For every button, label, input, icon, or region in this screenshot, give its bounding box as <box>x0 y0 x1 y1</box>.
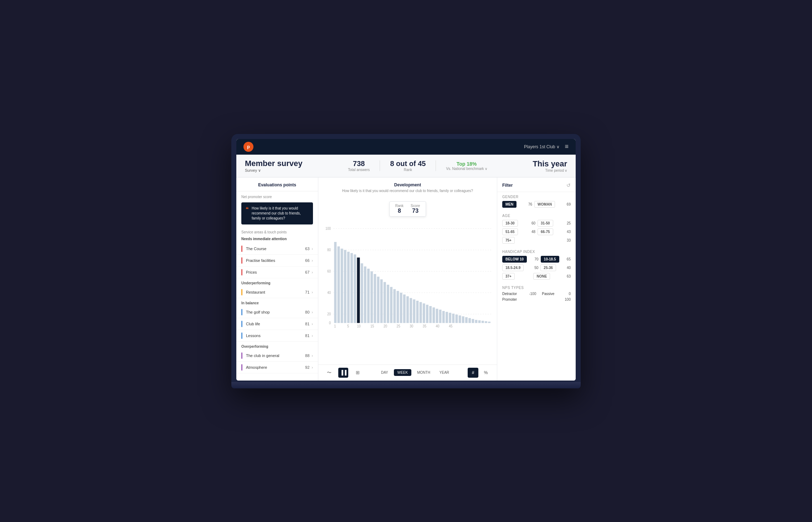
nps-card[interactable]: ❝ How likely is it that you would recomm… <box>241 202 313 224</box>
survey-dropdown[interactable]: Survey ∨ <box>245 168 302 173</box>
age-75plus-button[interactable]: 75+ <box>502 237 515 244</box>
svg-rect-20 <box>364 266 366 323</box>
svg-text:10: 10 <box>357 324 360 328</box>
benchmark-stat: Top 18% Vs. National benchmark ∨ <box>446 161 487 171</box>
club-selector[interactable]: Players 1st Club ∨ <box>524 144 560 149</box>
svg-rect-25 <box>380 279 383 323</box>
below10-button[interactable]: BELOW 10 <box>502 256 527 263</box>
37plus-button[interactable]: 37+ <box>502 273 515 280</box>
none-button[interactable]: NONE <box>533 273 550 280</box>
count-view-button[interactable]: # <box>468 368 478 378</box>
promoter-label: Promoter <box>502 298 562 301</box>
indicator <box>241 309 242 315</box>
nps-row-2: Promoter 100 <box>502 298 571 301</box>
indicator <box>241 257 242 264</box>
filter-header: Filter ↺ <box>497 177 576 192</box>
svg-rect-12 <box>338 246 340 323</box>
age-row-2: 51-65 48 66-75 43 <box>502 228 571 235</box>
page-title: Member survey <box>245 159 302 168</box>
rank-score-box: Rank 8 Score 73 <box>389 201 426 217</box>
day-button[interactable]: DAY <box>377 369 392 376</box>
svg-rect-32 <box>403 294 406 323</box>
week-button[interactable]: WEEK <box>394 369 411 376</box>
list-item[interactable]: The golf shop 80 › <box>236 306 318 318</box>
table-chart-button[interactable]: ⊞ <box>353 368 363 378</box>
svg-rect-35 <box>413 299 415 323</box>
age-18-30-button[interactable]: 18-30 <box>502 220 518 227</box>
detractor-label: Detractor <box>502 292 527 296</box>
list-item[interactable]: Lessons 81 › <box>236 330 318 342</box>
middle-panel: Development How likely is it that you wo… <box>318 177 497 381</box>
month-button[interactable]: MONTH <box>413 369 434 376</box>
menu-button[interactable]: ≡ <box>565 143 569 150</box>
app-logo[interactable]: p <box>243 142 253 152</box>
percent-view-button[interactable]: % <box>480 368 491 378</box>
10-18-button[interactable]: 10-18.5 <box>541 256 559 263</box>
list-item[interactable]: Prices 67 › <box>236 267 318 278</box>
indicator <box>241 332 242 339</box>
svg-rect-38 <box>423 303 425 323</box>
filter-title: Filter <box>502 183 513 188</box>
svg-text:1: 1 <box>334 324 336 328</box>
svg-text:30: 30 <box>410 324 413 328</box>
svg-text:100: 100 <box>325 226 331 230</box>
svg-rect-45 <box>446 312 448 323</box>
svg-rect-30 <box>397 291 399 323</box>
list-item[interactable]: Atmosphere 92 › <box>236 362 318 373</box>
bar-chart: 100 80 60 40 20 0 <box>322 224 493 331</box>
svg-text:20: 20 <box>384 324 387 328</box>
list-item[interactable]: The Course 63 › <box>236 243 318 255</box>
nps-row-1: Detractor -100 Passive 0 <box>502 292 571 296</box>
indicator <box>241 364 242 371</box>
rank-item: Rank 8 <box>395 204 404 214</box>
stat-divider <box>380 160 380 171</box>
handicap-filter: Handicap index BELOW 10 70 10-18.5 65 18… <box>497 247 576 283</box>
chevron-right-icon: › <box>312 270 313 274</box>
chart-controls: 〜 ▐▐ ⊞ DAY WEEK MONTH YEAR # % <box>318 365 497 381</box>
25-36-button[interactable]: 25-36 <box>540 264 556 271</box>
svg-rect-19 <box>361 263 363 323</box>
svg-rect-48 <box>455 314 458 323</box>
svg-text:20: 20 <box>327 312 331 316</box>
chevron-right-icon: › <box>312 334 313 338</box>
header-left: Member survey Survey ∨ <box>245 159 302 173</box>
view-toggle: # % <box>468 368 491 378</box>
age-66-75-button[interactable]: 66-75 <box>538 228 553 235</box>
svg-rect-58 <box>488 321 490 323</box>
handicap-row-2: 18.5-24.9 50 25-36 40 <box>502 264 571 271</box>
woman-filter-button[interactable]: WOMAN <box>534 201 555 208</box>
total-answers-stat: 738 Total answers <box>348 160 370 172</box>
year-button[interactable]: YEAR <box>436 369 453 376</box>
svg-text:80: 80 <box>327 248 331 252</box>
rank-stat: 8 out of 45 Rank <box>390 160 426 172</box>
age-row-3: 75+ 33 <box>502 237 571 244</box>
chevron-down-icon: ∨ <box>258 168 261 173</box>
list-item[interactable]: Restaurant 71 › <box>236 286 318 298</box>
svg-rect-42 <box>436 309 438 323</box>
svg-rect-28 <box>390 287 392 323</box>
svg-text:35: 35 <box>423 324 426 328</box>
men-filter-button[interactable]: MEN <box>502 201 517 208</box>
list-item[interactable]: Practise facilities 66 › <box>236 255 318 267</box>
bar-chart-button[interactable]: ▐▐ <box>338 368 348 378</box>
time-period-label[interactable]: Time period ∨ <box>533 169 567 172</box>
line-chart-button[interactable]: 〜 <box>324 368 334 378</box>
svg-rect-56 <box>482 321 484 323</box>
age-31-50-button[interactable]: 31-50 <box>538 220 553 227</box>
svg-rect-23 <box>374 274 376 323</box>
list-item[interactable]: The club in general 88 › <box>236 350 318 362</box>
svg-rect-54 <box>475 320 477 323</box>
overperforming-label: Overperforming <box>236 342 318 350</box>
handicap-row-3: 37+ NONE 63 <box>502 273 571 280</box>
svg-rect-11 <box>334 242 336 323</box>
vs-benchmark[interactable]: Vs. National benchmark ∨ <box>446 167 487 171</box>
stat-divider-2 <box>436 160 436 171</box>
refresh-icon[interactable]: ↺ <box>566 182 571 188</box>
list-item[interactable]: Club life 81 › <box>236 318 318 330</box>
service-areas-label: Service areas & touch points <box>236 227 318 236</box>
18-24-button[interactable]: 18.5-24.9 <box>502 264 524 271</box>
needs-attention-label: Needs immediate attention <box>236 236 318 243</box>
main-content: Evaluations points Net promoter score ❝ … <box>236 177 576 381</box>
age-51-65-button[interactable]: 51-65 <box>502 228 518 235</box>
indicator <box>241 269 242 275</box>
